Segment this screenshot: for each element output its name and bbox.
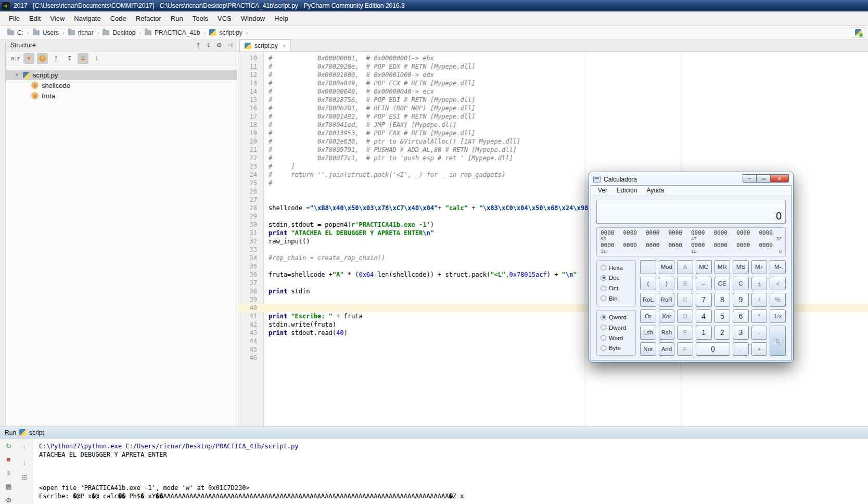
menu-item-help[interactable]: Help [270, 12, 293, 24]
line-number[interactable]: 33 [238, 245, 264, 254]
breadcrumb-item-users[interactable]: Users [33, 29, 59, 36]
calc-key-_[interactable]: + [751, 342, 768, 356]
calc-menu-ver[interactable]: Ver [593, 186, 612, 195]
line-number[interactable]: 27 [238, 196, 264, 204]
line-number[interactable]: 16 [238, 104, 264, 112]
sort-alphabetically-icon[interactable]: a↓z [10, 53, 21, 64]
menu-item-vcs[interactable]: VCS [213, 12, 236, 24]
line-number[interactable]: 17 [238, 112, 264, 121]
code-line[interactable]: 16# 0x7800b281, # RETN (ROP NOP) [Mypepe… [238, 104, 868, 112]
calc-key-_[interactable]: = [770, 326, 786, 356]
line-number[interactable]: 22 [238, 154, 264, 162]
line-number[interactable]: 29 [238, 212, 264, 221]
calc-key-mc[interactable]: MC [696, 260, 712, 274]
expand-all-icon[interactable]: ↥ [196, 42, 201, 49]
calc-key-c[interactable]: C [733, 277, 749, 291]
calc-key-ms[interactable]: MS [733, 260, 749, 274]
radio-size-word[interactable]: Word [601, 335, 632, 341]
show-variables-icon[interactable]: ▼ [23, 53, 34, 64]
autoscroll-to-source-icon[interactable]: ⇂ [91, 53, 102, 64]
calc-key-6[interactable]: 6 [733, 309, 749, 324]
line-number[interactable]: 41 [238, 312, 264, 320]
line-number[interactable]: 32 [238, 237, 264, 245]
line-number[interactable]: 36 [238, 270, 264, 279]
code-line[interactable]: 21# 0x78009791, # PUSHAD # ADD AL,80 # R… [238, 146, 868, 154]
calc-key-9[interactable]: 9 [733, 293, 749, 307]
close-button[interactable]: × [771, 174, 789, 183]
code-line[interactable]: 14# 0x00000040, # 0x00000040-> ecx [238, 87, 868, 96]
calc-key-_[interactable]: ± [751, 277, 768, 291]
radio-size-dword[interactable]: Dword [601, 325, 632, 331]
breadcrumb-item-c-[interactable]: C: [7, 29, 23, 36]
line-number[interactable]: 42 [238, 320, 264, 329]
line-number[interactable]: 39 [238, 295, 264, 304]
run-tab-label[interactable]: Run [5, 429, 16, 436]
line-number[interactable]: 30 [238, 221, 264, 229]
line-number[interactable]: 10 [238, 54, 264, 62]
line-number[interactable]: 26 [238, 187, 264, 196]
calc-key-_[interactable]: - [751, 326, 768, 340]
code-line[interactable]: 17# 0x78001492, # POP ESI # RETN [Mypepe… [238, 112, 868, 121]
calc-key-mr[interactable]: MR [714, 260, 731, 274]
line-number[interactable]: 23 [238, 162, 264, 171]
pin-icon[interactable]: ⊣ [227, 42, 233, 49]
radio-size-byte[interactable]: Byte [601, 345, 632, 351]
line-number[interactable]: 35 [238, 262, 264, 270]
calc-key-not[interactable]: Not [640, 342, 656, 356]
line-number[interactable]: 21 [238, 146, 264, 154]
tree-item-fruta[interactable]: vfruta [6, 91, 237, 101]
prev-occurrence-icon[interactable]: ↑ [20, 442, 29, 451]
calc-key-4[interactable]: 4 [696, 309, 712, 324]
breadcrumb-item-desktop[interactable]: Desktop [103, 29, 135, 36]
show-fields-icon[interactable]: f [37, 53, 48, 64]
line-number[interactable]: 25 [238, 179, 264, 187]
line-number[interactable]: 24 [238, 171, 264, 179]
pause-output-icon[interactable]: ‖ [4, 469, 14, 477]
radio-base-dec[interactable]: Dec [601, 275, 632, 281]
autoscroll-from-source-icon[interactable]: ⇊ [78, 53, 88, 64]
code-line[interactable]: 18# 0x780041ed, # JMP [EAX] [Mypepe.dll] [238, 121, 868, 129]
code-line[interactable]: 13# 0x7800a849, # POP ECX # RETN [Mypepe… [238, 79, 868, 87]
radio-base-oct[interactable]: Oct [601, 285, 632, 291]
calc-menu-edicin[interactable]: Edición [612, 186, 642, 195]
line-number[interactable]: 31 [238, 229, 264, 237]
run-python-button[interactable] [851, 27, 865, 38]
calc-key-5[interactable]: 5 [714, 309, 731, 324]
line-number[interactable]: 40 [238, 304, 264, 312]
line-number[interactable]: 45 [238, 345, 264, 354]
line-number[interactable]: 28 [238, 204, 264, 212]
line-number[interactable]: 13 [238, 79, 264, 87]
tree-item-shellcode[interactable]: vshellcode [6, 80, 237, 91]
breadcrumb-item-practica-41b[interactable]: PRACTICA_41b [145, 29, 200, 36]
calc-key-_[interactable]: % [770, 293, 786, 307]
code-line[interactable]: 12# 0x00001000, # 0x00001000-> edx [238, 71, 868, 79]
calc-key-3[interactable]: 3 [733, 326, 749, 340]
line-number[interactable]: 46 [238, 354, 264, 362]
line-number[interactable]: 38 [238, 287, 264, 295]
collapse-all-icon[interactable]: ↧ [206, 42, 211, 49]
calc-key-8[interactable]: 8 [714, 293, 731, 307]
menu-item-file[interactable]: File [4, 12, 24, 24]
line-number[interactable]: 19 [238, 129, 264, 137]
calc-key-ror[interactable]: RoR [659, 293, 675, 307]
code-line[interactable]: 20# 0x7802e030, # ptr to &VirtualAlloc()… [238, 137, 868, 146]
line-number[interactable]: 37 [238, 279, 264, 287]
line-number[interactable]: 18 [238, 121, 264, 129]
menu-item-edit[interactable]: Edit [24, 12, 45, 24]
calc-key-_[interactable]: √ [770, 277, 786, 291]
tab-script-py[interactable]: script.py × [239, 40, 291, 51]
breadcrumb-item-script-py[interactable]: script.py [209, 29, 242, 36]
minimize-button[interactable]: – [743, 174, 757, 183]
code-line[interactable]: 15# 0x78028756, # POP EDI # RETN [Mypepe… [238, 96, 868, 104]
code-line[interactable]: 11# 0x7802920e, # POP EDX # RETN [Mypepe… [238, 62, 868, 71]
menu-item-navigate[interactable]: Navigate [69, 12, 105, 24]
code-line[interactable]: 22# 0x7800f7c1, # ptr to 'push esp # ret… [238, 154, 868, 162]
radio-size-qword[interactable]: Qword [601, 314, 632, 320]
calc-key-_[interactable]: / [751, 293, 768, 307]
settings-icon[interactable]: ⚙ [216, 42, 222, 49]
calc-key-2[interactable]: 2 [714, 326, 731, 340]
show-console-icon[interactable]: ▤ [4, 483, 14, 490]
radio-base-hexa[interactable]: Hexa [601, 265, 632, 271]
tree-item-script-py[interactable]: ▼script.py [6, 70, 237, 80]
line-number[interactable]: 11 [238, 62, 264, 71]
